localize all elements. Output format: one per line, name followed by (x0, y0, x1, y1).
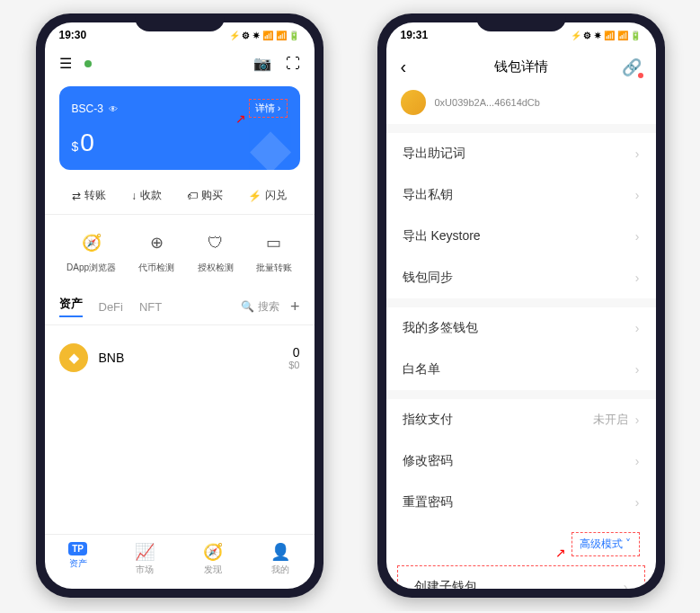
chevron-right-icon: › (635, 147, 640, 161)
chevron-right-icon: › (635, 321, 640, 335)
tab-nft[interactable]: NFT (139, 300, 162, 314)
status-time: 19:30 (59, 29, 87, 41)
token-amount: 0 (288, 345, 299, 360)
nav-assets[interactable]: TP 资产 (68, 542, 87, 576)
token-fiat: $0 (288, 360, 299, 370)
chevron-right-icon: › (635, 229, 640, 244)
token-detect-button[interactable]: ⊕ 代币检测 (138, 229, 174, 274)
compass-icon: 🧭 (78, 229, 105, 256)
connection-dot-icon (84, 60, 92, 67)
tools-row: 🧭 DApp浏览器 ⊕ 代币检测 🛡 授权检测 ▭ 批量转账 (45, 215, 315, 289)
divider (386, 390, 656, 399)
receive-button[interactable]: ↓ 收款 (131, 188, 162, 203)
status-bar: 19:30 ⚡ ⚙ ✷ 📶 📶 🔋 (45, 22, 315, 48)
tab-defi[interactable]: DeFi (99, 300, 123, 314)
token-list: ◆ BNB 0 $0 (45, 325, 315, 534)
status-bar: 19:31 ⚡ ⚙ ✷ 📶 📶 🔋 (386, 22, 656, 48)
wallet-name: BSC-3 (72, 102, 118, 115)
change-password-button[interactable]: 修改密码 › (386, 440, 656, 482)
export-mnemonic-button[interactable]: 导出助记词 › (386, 133, 656, 174)
batch-icon: ▭ (261, 229, 288, 256)
wallet-detail-button[interactable]: 详情 › ↗ (249, 99, 288, 118)
advanced-mode-row: 高级模式 ˅ ↗ (386, 523, 656, 565)
wallet-sync-button[interactable]: 钱包同步 › (386, 257, 656, 298)
chevron-right-icon: › (635, 454, 640, 468)
tab-assets[interactable]: 资产 (59, 296, 83, 317)
advanced-mode-button[interactable]: 高级模式 ˅ (572, 532, 639, 556)
fingerprint-status: 未开启 (593, 412, 628, 428)
wallet-link-icon[interactable]: 🔗 (622, 58, 642, 77)
multisig-button[interactable]: 我的多签钱包 › (386, 307, 656, 349)
status-time: 19:31 (401, 29, 429, 41)
status-icons: ⚡ ⚙ ✷ 📶 📶 🔋 (571, 31, 642, 40)
create-sub-wallet-button[interactable]: 创建子钱包 › ↗ (397, 565, 645, 589)
chart-icon: 📈 (135, 542, 155, 562)
wallet-address: 0xU039b2A...46614dCb (435, 97, 540, 108)
shield-icon: 🛡 (202, 229, 229, 256)
hint-arrow-icon: ↗ (235, 111, 246, 126)
bnb-logo-icon: ◆ (53, 337, 93, 378)
page-header: ‹ 钱包详情 🔗 (386, 48, 656, 86)
actions-row: ⇄ 转账 ↓ 收款 🏷 购买 ⚡ 闪兑 (45, 177, 315, 215)
swap-button[interactable]: ⚡ 闪兑 (248, 188, 287, 203)
asset-tabs: 资产 DeFi NFT 🔍 搜索 + (45, 289, 315, 325)
settings-list: 导出助记词 › 导出私钥 › 导出 Keystore › 钱包同步 › 我的多签… (386, 133, 656, 589)
fingerprint-button[interactable]: 指纹支付 未开启 › (386, 399, 656, 440)
menu-icon[interactable]: ☰ (59, 55, 72, 72)
scan-icon[interactable]: ⛶ (286, 56, 300, 72)
compass-icon: 🧭 (203, 542, 223, 562)
back-button[interactable]: ‹ (401, 57, 407, 77)
nav-discover[interactable]: 🧭 发现 (203, 542, 223, 576)
batch-transfer-button[interactable]: ▭ 批量转账 (256, 229, 292, 274)
target-icon: ⊕ (143, 229, 170, 256)
address-row[interactable]: 0xU039b2A...46614dCb (386, 86, 656, 124)
status-icons: ⚡ ⚙ ✷ 📶 📶 🔋 (229, 31, 300, 40)
divider (386, 298, 656, 307)
reset-password-button[interactable]: 重置密码 › (386, 482, 656, 523)
chevron-right-icon: › (635, 413, 640, 427)
divider (386, 124, 656, 133)
person-icon: 👤 (270, 542, 290, 562)
eye-icon[interactable] (109, 102, 118, 115)
search-input[interactable]: 🔍 搜索 (241, 299, 279, 315)
chevron-right-icon: › (624, 580, 628, 589)
transfer-button[interactable]: ⇄ 转账 (72, 188, 106, 203)
page-title: 钱包详情 (494, 58, 548, 76)
chevron-right-icon: › (635, 362, 640, 377)
chevron-right-icon: › (635, 271, 640, 285)
token-row-bnb[interactable]: ◆ BNB 0 $0 (59, 336, 300, 379)
topbar: ☰ 📷 ⛶ (45, 48, 315, 79)
wallet-card[interactable]: BSC-3 详情 › ↗ $0 ◆ (59, 86, 300, 170)
search-icon: 🔍 (241, 300, 254, 313)
export-privkey-button[interactable]: 导出私钥 › (386, 174, 656, 216)
buy-button[interactable]: 🏷 购买 (187, 188, 223, 203)
nav-market[interactable]: 📈 市场 (135, 542, 155, 576)
add-token-button[interactable]: + (290, 298, 300, 316)
bnb-bg-icon: ◆ (250, 116, 291, 170)
nav-me[interactable]: 👤 我的 (270, 542, 290, 576)
wallet-avatar-icon (401, 90, 426, 115)
chevron-right-icon: › (635, 188, 640, 202)
chevron-right-icon: › (635, 495, 640, 510)
export-keystore-button[interactable]: 导出 Keystore › (386, 216, 656, 257)
auth-detect-button[interactable]: 🛡 授权检测 (198, 229, 234, 274)
camera-icon[interactable]: 📷 (253, 55, 271, 72)
token-symbol: BNB (99, 351, 125, 365)
tp-icon: TP (68, 542, 87, 555)
bottom-nav: TP 资产 📈 市场 🧭 发现 👤 我的 (45, 534, 315, 589)
whitelist-button[interactable]: 白名单 › (386, 349, 656, 390)
hint-arrow-icon: ↗ (555, 546, 566, 560)
dapp-browser-button[interactable]: 🧭 DApp浏览器 (66, 229, 116, 274)
